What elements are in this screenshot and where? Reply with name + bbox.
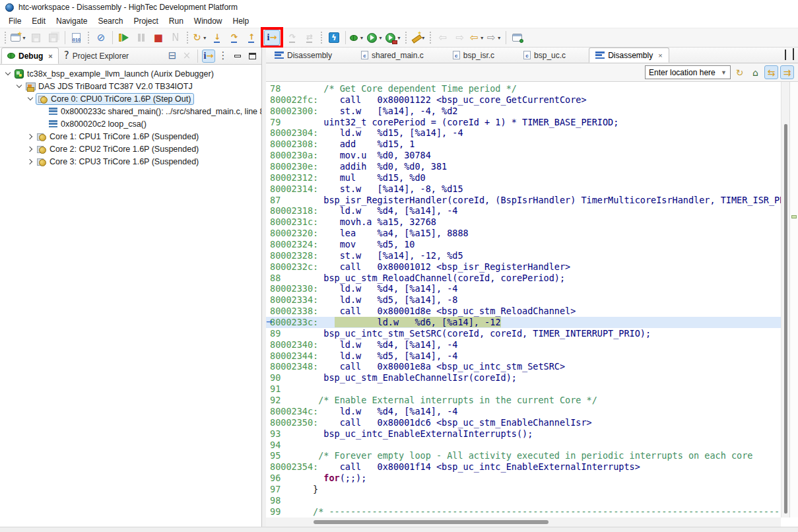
tree-item[interactable]: Core 1: CPU1 TriCore 1.6P (Suspended) — [0, 130, 261, 143]
source-line[interactable]: 87 bsp_isr_RegisterHandler(coreId, (BspI… — [266, 195, 781, 206]
menu-run[interactable]: Run — [164, 15, 189, 27]
sync-with-active-debug-context-button[interactable]: ⇆ — [764, 65, 778, 79]
external-tools-button[interactable]: ▼ — [411, 30, 426, 46]
source-line[interactable]: 95 /* Forever empty loop - All activity … — [266, 450, 781, 461]
track-expression-button[interactable]: ⇉ — [780, 65, 794, 79]
disasm-line[interactable]: 80002308: add %d15, 1 — [266, 139, 781, 150]
source-line[interactable]: 90 bsp_uc_stm_EnableChannelIsr(coreId); — [266, 372, 781, 383]
disasm-line[interactable]: 80002330: ld.w %d4, [%a14], -4 — [266, 283, 781, 294]
view-tab-project-explorer[interactable]: ?Project Explorer — [59, 48, 134, 64]
disasm-line[interactable]: 8000232c: call 0x80001012 <bsp_isr_Regis… — [266, 261, 781, 273]
current-instruction-marker[interactable] — [791, 215, 797, 218]
new-wizard-button[interactable]: ★▼ — [10, 30, 27, 46]
maximize-editor-button[interactable] — [793, 50, 794, 59]
chevron-collapsed-icon[interactable] — [25, 147, 36, 151]
disasm-line[interactable]: 800022fc: call 0x80001122 <bsp_uc_core_G… — [266, 94, 781, 106]
step-return-button[interactable]: ↑ — [244, 30, 259, 46]
tree-item[interactable]: DAS JDS TriBoard TC387 V2.0 TB34IOTJ — [0, 80, 261, 92]
refresh-view-button[interactable]: ↻ — [733, 65, 747, 79]
back-annotation-button[interactable]: ⇦ — [435, 30, 451, 46]
back-button[interactable]: ⇦▼ — [469, 30, 485, 46]
editor-tab-disassembly[interactable]: Disassembly× — [589, 48, 669, 63]
source-line[interactable]: 97 } — [266, 484, 781, 495]
horizontal-scrollbar[interactable] — [266, 517, 781, 527]
tree-item[interactable]: 0x8000233c shared_main(): ../src/shared_… — [0, 105, 261, 117]
instruction-stepping-button[interactable]: i→ — [264, 30, 280, 46]
remove-all-terminated-button[interactable]: × — [180, 50, 193, 63]
disasm-line[interactable]: 80002328: st.w [%a14], -12, %d5 — [266, 250, 781, 261]
source-line[interactable]: 79 uint32_t corePeriod = (coreId + 1) * … — [266, 117, 781, 128]
disasm-line[interactable]: 80002304: ld.w %d15, [%a14], -4 — [266, 127, 781, 139]
disasm-line[interactable]: 80002318: ld.w %d4, [%a14], -4 — [266, 205, 781, 216]
menu-file[interactable]: File — [3, 15, 26, 27]
chevron-collapsed-icon[interactable] — [25, 160, 36, 164]
minimize-editor-button[interactable] — [785, 50, 786, 59]
disasm-line[interactable]: 80002340: ld.w %d4, [%a14], -4 — [266, 339, 781, 350]
tree-item[interactable]: Core 2: CPU2 TriCore 1.6P (Suspended) — [0, 143, 261, 155]
editor-tab-bsp_uc-c[interactable]: cbsp_uc.c — [517, 48, 572, 63]
source-line[interactable]: 93 bsp_uc_intc_EnableExternalInterrupts(… — [266, 428, 781, 440]
source-line[interactable]: 91 — [266, 383, 781, 395]
minimize-view-button[interactable] — [231, 50, 244, 63]
resume-button[interactable] — [116, 30, 132, 46]
skip-all-breakpoints-button[interactable]: ⊘ — [93, 30, 109, 46]
disasm-line[interactable]: 8000231c: movh.a %a15, 32768 — [266, 216, 781, 228]
tree-item[interactable]: 0x800020c2 loop_csa() — [0, 117, 261, 130]
source-line[interactable]: 96 for(;;); — [266, 473, 781, 484]
disasm-line[interactable]: 80002338: call 0x80001d8e <bsp_uc_stm_Re… — [266, 306, 781, 317]
vertical-scrollbar-thumb[interactable] — [784, 124, 787, 514]
source-line[interactable]: 92 /* Enable External interrupts in the … — [266, 395, 781, 406]
instruction-stepping-button[interactable]: i→ — [202, 50, 215, 63]
overview-ruler[interactable] — [789, 82, 798, 517]
source-line[interactable]: 89 bsp_uc_intc_stm_SetSRC(coreId, coreId… — [266, 328, 781, 339]
binary-display-button[interactable]: 010 — [69, 30, 84, 46]
horizontal-scrollbar-thumb[interactable] — [314, 520, 549, 524]
editor-tab-disassembly[interactable]: Disassembly — [269, 48, 338, 63]
tree-item[interactable]: Core 0: CPU0 TriCore 1.6P (Step Out) — [0, 92, 261, 105]
disasm-line[interactable]: 80002354: call 0x80001f14 <bsp_uc_intc_E… — [266, 461, 781, 473]
close-icon[interactable]: × — [48, 52, 52, 60]
view-menu-button[interactable]: ⋮ — [216, 50, 230, 63]
maximize-view-button[interactable] — [246, 50, 259, 63]
menu-window[interactable]: Window — [189, 15, 228, 27]
source-line[interactable]: 94 — [266, 440, 781, 451]
coverage-button[interactable]: ▼ — [385, 30, 402, 46]
chevron-expanded-icon[interactable] — [14, 85, 24, 87]
run-button[interactable]: ▼ — [366, 30, 383, 46]
disasm-line[interactable]: 80002324: mov %d5, 10 — [266, 239, 781, 250]
flash-programming-button[interactable]: ϟ — [326, 30, 342, 46]
menu-help[interactable]: Help — [228, 15, 255, 27]
chevron-expanded-icon[interactable] — [3, 73, 13, 75]
editor-tab-shared_main-c[interactable]: cshared_main.c — [355, 48, 430, 63]
save-button[interactable] — [28, 30, 44, 46]
home-button[interactable]: ⌂ — [748, 65, 762, 79]
use-step-filters-button[interactable]: ⇄ — [302, 30, 317, 46]
disasm-line[interactable]: 8000230e: addih %d0, %d0, 381 — [266, 161, 781, 172]
drop-to-frame-button[interactable]: ↷ — [284, 30, 300, 46]
menu-edit[interactable]: Edit — [26, 15, 51, 27]
disasm-line[interactable]: 80002314: st.w [%a14], -8, %d15 — [266, 183, 781, 195]
suspend-button[interactable] — [133, 30, 149, 46]
view-tab-debug[interactable]: Debug× — [1, 48, 59, 64]
disasm-line[interactable]: 80002348: call 0x80001e8a <bsp_uc_intc_s… — [266, 361, 781, 372]
forward-button[interactable]: ⇨▼ — [486, 30, 502, 46]
disasm-line[interactable]: 80002350: call 0x80001dc6 <bsp_uc_stm_En… — [266, 417, 781, 428]
collapse-all-button[interactable]: ⊟ — [166, 50, 179, 63]
chevron-expanded-icon[interactable] — [25, 98, 36, 100]
chevron-collapsed-icon[interactable] — [25, 135, 36, 139]
restart-button[interactable]: ↻▼ — [192, 30, 208, 46]
forward-annotation-button[interactable]: ⇨ — [452, 30, 468, 46]
disasm-line[interactable]: →8000233c: ld.w %d6, [%a14], -12 — [266, 317, 781, 328]
save-all-button[interactable] — [46, 30, 61, 46]
disasm-line[interactable]: 80002312: mul %d15, %d0 — [266, 172, 781, 183]
close-icon[interactable]: × — [658, 51, 662, 59]
editor-tab-bsp_isr-c[interactable]: cbsp_isr.c — [447, 48, 500, 63]
disasm-line[interactable]: 8000234c: ld.w %d4, [%a14], -4 — [266, 406, 781, 417]
debug-button[interactable]: ▼ — [349, 30, 365, 46]
disasm-line[interactable]: 80002334: ld.w %d5, [%a14], -8 — [266, 294, 781, 306]
disasm-line[interactable]: 80002320: lea %a4, [%a15], 8888 — [266, 228, 781, 239]
disasm-line[interactable]: 80002344: ld.w %d5, [%a14], -4 — [266, 350, 781, 362]
pin-editor-button[interactable] — [510, 30, 525, 46]
terminate-button[interactable]: ■ — [150, 30, 166, 46]
step-into-button[interactable]: ↓ — [209, 30, 225, 46]
